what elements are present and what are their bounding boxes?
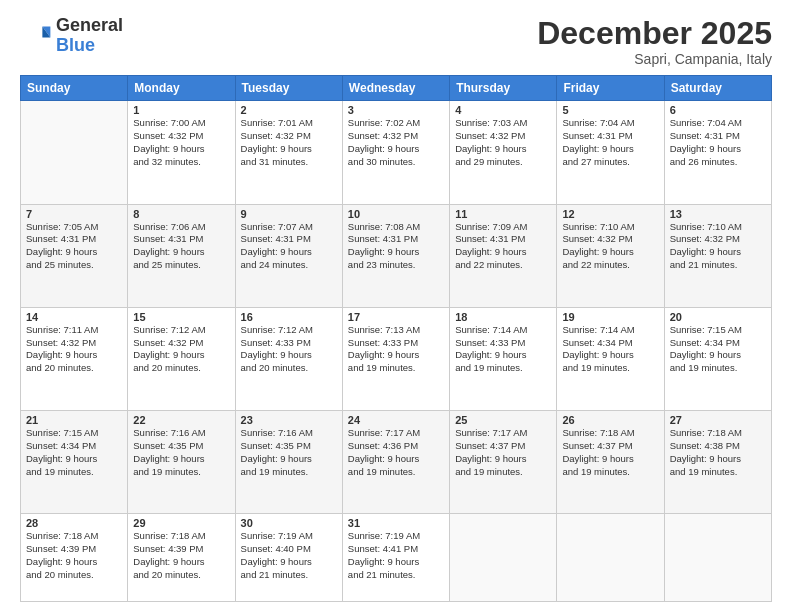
sunrise-text: Sunrise: 7:12 AM bbox=[133, 324, 205, 335]
daylight-minutes-text: and 19 minutes. bbox=[348, 466, 416, 477]
day-info: Sunrise: 7:15 AMSunset: 4:34 PMDaylight:… bbox=[26, 427, 122, 478]
day-number: 18 bbox=[455, 311, 551, 323]
sunset-text: Sunset: 4:31 PM bbox=[670, 130, 740, 141]
day-number: 24 bbox=[348, 414, 444, 426]
sunset-text: Sunset: 4:34 PM bbox=[670, 337, 740, 348]
header-wednesday: Wednesday bbox=[342, 76, 449, 101]
table-row: 14Sunrise: 7:11 AMSunset: 4:32 PMDayligh… bbox=[21, 307, 128, 410]
day-info: Sunrise: 7:18 AMSunset: 4:39 PMDaylight:… bbox=[133, 530, 229, 581]
day-number: 19 bbox=[562, 311, 658, 323]
sunset-text: Sunset: 4:33 PM bbox=[241, 337, 311, 348]
day-info: Sunrise: 7:12 AMSunset: 4:32 PMDaylight:… bbox=[133, 324, 229, 375]
table-row: 15Sunrise: 7:12 AMSunset: 4:32 PMDayligh… bbox=[128, 307, 235, 410]
daylight-text: Daylight: 9 hours bbox=[670, 453, 741, 464]
day-info: Sunrise: 7:00 AMSunset: 4:32 PMDaylight:… bbox=[133, 117, 229, 168]
logo-icon bbox=[20, 20, 52, 52]
daylight-minutes-text: and 19 minutes. bbox=[455, 466, 523, 477]
sunrise-text: Sunrise: 7:18 AM bbox=[26, 530, 98, 541]
sunrise-text: Sunrise: 7:07 AM bbox=[241, 221, 313, 232]
sunset-text: Sunset: 4:32 PM bbox=[348, 130, 418, 141]
table-row: 12Sunrise: 7:10 AMSunset: 4:32 PMDayligh… bbox=[557, 204, 664, 307]
sunrise-text: Sunrise: 7:17 AM bbox=[455, 427, 527, 438]
table-row: 1Sunrise: 7:00 AMSunset: 4:32 PMDaylight… bbox=[128, 101, 235, 204]
table-row: 8Sunrise: 7:06 AMSunset: 4:31 PMDaylight… bbox=[128, 204, 235, 307]
sunset-text: Sunset: 4:34 PM bbox=[26, 440, 96, 451]
sunset-text: Sunset: 4:36 PM bbox=[348, 440, 418, 451]
day-info: Sunrise: 7:09 AMSunset: 4:31 PMDaylight:… bbox=[455, 221, 551, 272]
day-info: Sunrise: 7:05 AMSunset: 4:31 PMDaylight:… bbox=[26, 221, 122, 272]
day-info: Sunrise: 7:02 AMSunset: 4:32 PMDaylight:… bbox=[348, 117, 444, 168]
sunset-text: Sunset: 4:39 PM bbox=[26, 543, 96, 554]
daylight-minutes-text: and 25 minutes. bbox=[133, 259, 201, 270]
sunset-text: Sunset: 4:32 PM bbox=[133, 130, 203, 141]
sunrise-text: Sunrise: 7:05 AM bbox=[26, 221, 98, 232]
sunrise-text: Sunrise: 7:11 AM bbox=[26, 324, 98, 335]
sunrise-text: Sunrise: 7:18 AM bbox=[670, 427, 742, 438]
daylight-minutes-text: and 20 minutes. bbox=[26, 569, 94, 580]
day-info: Sunrise: 7:14 AMSunset: 4:34 PMDaylight:… bbox=[562, 324, 658, 375]
daylight-minutes-text: and 19 minutes. bbox=[562, 466, 630, 477]
table-row: 28Sunrise: 7:18 AMSunset: 4:39 PMDayligh… bbox=[21, 514, 128, 602]
header-sunday: Sunday bbox=[21, 76, 128, 101]
day-number: 26 bbox=[562, 414, 658, 426]
sunset-text: Sunset: 4:32 PM bbox=[670, 233, 740, 244]
daylight-minutes-text: and 31 minutes. bbox=[241, 156, 309, 167]
day-info: Sunrise: 7:03 AMSunset: 4:32 PMDaylight:… bbox=[455, 117, 551, 168]
daylight-text: Daylight: 9 hours bbox=[670, 349, 741, 360]
sunset-text: Sunset: 4:32 PM bbox=[241, 130, 311, 141]
sunset-text: Sunset: 4:32 PM bbox=[133, 337, 203, 348]
sunrise-text: Sunrise: 7:10 AM bbox=[670, 221, 742, 232]
day-number: 31 bbox=[348, 517, 444, 529]
daylight-text: Daylight: 9 hours bbox=[241, 246, 312, 257]
sunrise-text: Sunrise: 7:15 AM bbox=[26, 427, 98, 438]
day-number: 4 bbox=[455, 104, 551, 116]
day-number: 12 bbox=[562, 208, 658, 220]
day-number: 7 bbox=[26, 208, 122, 220]
daylight-minutes-text: and 19 minutes. bbox=[562, 362, 630, 373]
table-row: 27Sunrise: 7:18 AMSunset: 4:38 PMDayligh… bbox=[664, 411, 771, 514]
day-number: 27 bbox=[670, 414, 766, 426]
table-row: 13Sunrise: 7:10 AMSunset: 4:32 PMDayligh… bbox=[664, 204, 771, 307]
daylight-text: Daylight: 9 hours bbox=[26, 453, 97, 464]
day-info: Sunrise: 7:18 AMSunset: 4:39 PMDaylight:… bbox=[26, 530, 122, 581]
sunrise-text: Sunrise: 7:01 AM bbox=[241, 117, 313, 128]
sunrise-text: Sunrise: 7:03 AM bbox=[455, 117, 527, 128]
daylight-minutes-text: and 23 minutes. bbox=[348, 259, 416, 270]
daylight-minutes-text: and 19 minutes. bbox=[241, 466, 309, 477]
sunset-text: Sunset: 4:31 PM bbox=[455, 233, 525, 244]
daylight-text: Daylight: 9 hours bbox=[133, 143, 204, 154]
daylight-minutes-text: and 21 minutes. bbox=[670, 259, 738, 270]
day-info: Sunrise: 7:01 AMSunset: 4:32 PMDaylight:… bbox=[241, 117, 337, 168]
daylight-text: Daylight: 9 hours bbox=[670, 143, 741, 154]
day-number: 25 bbox=[455, 414, 551, 426]
sunset-text: Sunset: 4:32 PM bbox=[455, 130, 525, 141]
sunrise-text: Sunrise: 7:10 AM bbox=[562, 221, 634, 232]
sunset-text: Sunset: 4:33 PM bbox=[455, 337, 525, 348]
sunrise-text: Sunrise: 7:08 AM bbox=[348, 221, 420, 232]
daylight-minutes-text: and 21 minutes. bbox=[241, 569, 309, 580]
sunset-text: Sunset: 4:31 PM bbox=[241, 233, 311, 244]
daylight-text: Daylight: 9 hours bbox=[26, 349, 97, 360]
daylight-minutes-text: and 20 minutes. bbox=[133, 362, 201, 373]
location-subtitle: Sapri, Campania, Italy bbox=[537, 51, 772, 67]
daylight-text: Daylight: 9 hours bbox=[348, 453, 419, 464]
day-info: Sunrise: 7:06 AMSunset: 4:31 PMDaylight:… bbox=[133, 221, 229, 272]
day-info: Sunrise: 7:16 AMSunset: 4:35 PMDaylight:… bbox=[241, 427, 337, 478]
sunset-text: Sunset: 4:37 PM bbox=[562, 440, 632, 451]
daylight-minutes-text: and 27 minutes. bbox=[562, 156, 630, 167]
day-info: Sunrise: 7:14 AMSunset: 4:33 PMDaylight:… bbox=[455, 324, 551, 375]
day-info: Sunrise: 7:10 AMSunset: 4:32 PMDaylight:… bbox=[670, 221, 766, 272]
sunset-text: Sunset: 4:31 PM bbox=[562, 130, 632, 141]
daylight-text: Daylight: 9 hours bbox=[455, 246, 526, 257]
table-row bbox=[21, 101, 128, 204]
daylight-text: Daylight: 9 hours bbox=[26, 556, 97, 567]
header-monday: Monday bbox=[128, 76, 235, 101]
sunset-text: Sunset: 4:35 PM bbox=[241, 440, 311, 451]
daylight-text: Daylight: 9 hours bbox=[562, 143, 633, 154]
table-row: 29Sunrise: 7:18 AMSunset: 4:39 PMDayligh… bbox=[128, 514, 235, 602]
sunrise-text: Sunrise: 7:19 AM bbox=[241, 530, 313, 541]
sunset-text: Sunset: 4:32 PM bbox=[562, 233, 632, 244]
header-saturday: Saturday bbox=[664, 76, 771, 101]
table-row bbox=[557, 514, 664, 602]
day-number: 5 bbox=[562, 104, 658, 116]
